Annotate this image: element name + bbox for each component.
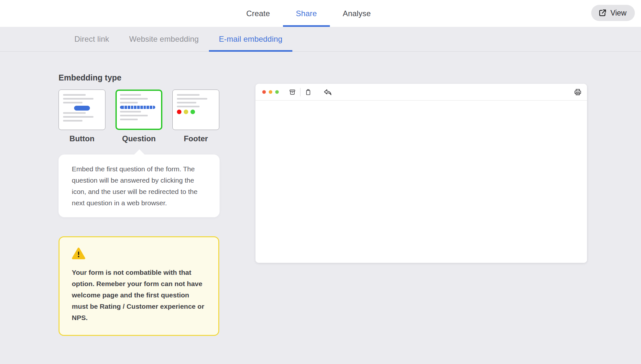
tab-share-label: Share bbox=[296, 9, 317, 18]
reply-icon[interactable] bbox=[323, 89, 332, 96]
question-option-label: Question bbox=[122, 134, 156, 143]
placeholder-line bbox=[63, 116, 93, 118]
placeholder-line bbox=[177, 102, 196, 103]
active-subtab-underline bbox=[209, 50, 293, 52]
tab-website-embedding[interactable]: Website embedding bbox=[119, 27, 209, 51]
tooltip-text: Embed the first question of the form. Th… bbox=[72, 165, 198, 207]
placeholder-line bbox=[63, 112, 86, 114]
embedding-type-heading: Embedding type bbox=[59, 73, 121, 82]
placeholder-line bbox=[63, 120, 82, 122]
main-nav: Create Share Analyse bbox=[233, 0, 384, 27]
tab-direct-link-label: Direct link bbox=[74, 35, 109, 44]
question-option-card[interactable] bbox=[115, 90, 162, 130]
question-option-tooltip: Embed the first question of the form. Th… bbox=[59, 155, 220, 217]
email-preview-panel bbox=[255, 84, 587, 263]
embedding-type-options: Button Question Fo bbox=[59, 90, 219, 143]
placeholder-line bbox=[120, 102, 138, 103]
embedding-option-footer: Footer bbox=[172, 90, 219, 143]
button-option-card[interactable] bbox=[59, 90, 105, 130]
email-preview-toolbar bbox=[255, 84, 587, 101]
warning-triangle-icon bbox=[72, 247, 205, 261]
trash-icon[interactable] bbox=[305, 89, 311, 95]
email-preview-body bbox=[255, 101, 587, 263]
footer-option-label: Footer bbox=[184, 134, 208, 143]
red-dot bbox=[262, 90, 266, 94]
warning-text: Your form is not combatible with that op… bbox=[72, 267, 205, 323]
external-link-icon bbox=[598, 9, 607, 17]
placeholder-line bbox=[120, 119, 138, 120]
button-pill-graphic bbox=[74, 106, 90, 111]
button-option-label: Button bbox=[70, 134, 94, 143]
green-dot bbox=[275, 90, 279, 94]
placeholder-line bbox=[120, 115, 148, 116]
embedding-option-button: Button bbox=[59, 90, 105, 143]
placeholder-line bbox=[120, 98, 148, 100]
placeholder-line bbox=[63, 102, 82, 103]
tab-create[interactable]: Create bbox=[233, 0, 283, 27]
orange-dot bbox=[269, 90, 272, 94]
rating-scale-graphic bbox=[120, 106, 155, 109]
tab-direct-link[interactable]: Direct link bbox=[64, 27, 119, 51]
placeholder-line bbox=[177, 98, 207, 100]
view-button[interactable]: View bbox=[591, 5, 635, 21]
placeholder-line bbox=[120, 111, 141, 112]
compatibility-warning: Your form is not combatible with that op… bbox=[59, 236, 219, 336]
placeholder-line bbox=[63, 94, 86, 96]
placeholder-line bbox=[177, 106, 200, 107]
top-bar: Create Share Analyse View bbox=[0, 0, 641, 27]
tab-analyse-label: Analyse bbox=[343, 9, 371, 18]
archive-icon[interactable] bbox=[289, 89, 296, 95]
tab-email-embedding[interactable]: E-mail embedding bbox=[209, 27, 293, 51]
placeholder-line bbox=[63, 98, 93, 100]
tab-share[interactable]: Share bbox=[283, 0, 330, 27]
embedding-option-question: Question bbox=[115, 90, 162, 143]
placeholder-line bbox=[177, 94, 200, 96]
view-button-label: View bbox=[611, 9, 626, 17]
placeholder-line bbox=[120, 94, 141, 96]
window-dots bbox=[262, 90, 279, 94]
tab-create-label: Create bbox=[246, 9, 270, 18]
share-subnav: Direct link Website embedding E-mail emb… bbox=[0, 27, 641, 52]
print-icon[interactable] bbox=[574, 88, 582, 96]
tab-email-embedding-label: E-mail embedding bbox=[219, 35, 283, 44]
tab-website-embedding-label: Website embedding bbox=[129, 35, 199, 44]
tab-analyse[interactable]: Analyse bbox=[330, 0, 384, 27]
footer-option-card[interactable] bbox=[172, 90, 219, 130]
toolbar-divider bbox=[300, 88, 300, 96]
smiley-dots-graphic bbox=[177, 110, 215, 114]
